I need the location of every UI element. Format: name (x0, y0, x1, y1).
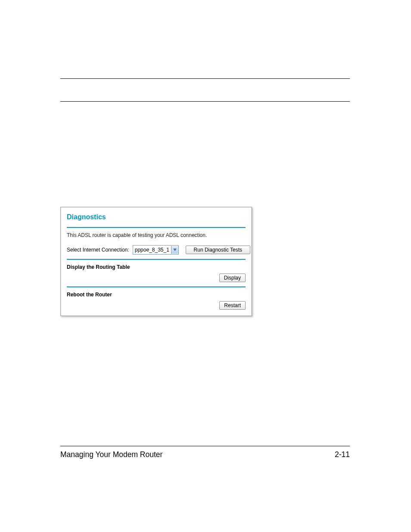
restart-button[interactable]: Restart (219, 301, 246, 310)
panel-description: This ADSL router is capable of testing y… (67, 232, 246, 238)
connection-row: Select Internet Connection: pppoe_8_35_1… (67, 245, 246, 255)
select-label: Select Internet Connection: (67, 247, 129, 253)
divider (67, 227, 246, 228)
display-button-row: Display (67, 274, 246, 282)
restart-button-row: Restart (67, 301, 246, 310)
divider (67, 259, 246, 260)
diagnostics-panel: Diagnostics This ADSL router is capable … (60, 207, 252, 316)
footer-page-number: 2-11 (335, 450, 350, 459)
horizontal-rule (60, 101, 350, 102)
svg-marker-0 (173, 249, 177, 251)
internet-connection-select[interactable]: pppoe_8_35_1 (133, 245, 179, 255)
reboot-heading: Reboot the Router (67, 292, 246, 298)
footer-rule (60, 446, 350, 446)
footer-section-title: Managing Your Modem Router (60, 450, 162, 459)
display-button[interactable]: Display (219, 274, 246, 282)
document-page: Diagnostics This ADSL router is capable … (0, 0, 411, 532)
routing-table-heading: Display the Routing Table (67, 264, 246, 270)
select-value: pppoe_8_35_1 (135, 247, 171, 253)
divider (67, 286, 246, 287)
chevron-down-icon (171, 246, 178, 254)
horizontal-rule (60, 78, 350, 79)
run-diagnostic-tests-button[interactable]: Run Diagnostic Tests (186, 246, 250, 254)
panel-title: Diagnostics (67, 213, 246, 221)
